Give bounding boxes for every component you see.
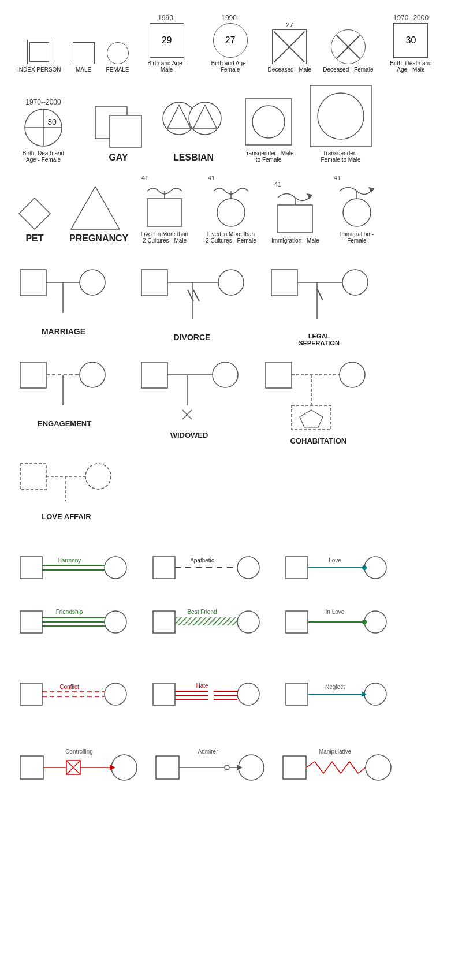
neglect-symbol: Neglect <box>283 677 390 712</box>
svg-rect-96 <box>153 683 175 705</box>
controlling-symbol: Controlling <box>17 748 141 788</box>
birth-death-age-male-num: 30 <box>406 35 416 46</box>
birth-age-male-shape: 29 <box>150 23 184 58</box>
trans-mf-shape <box>243 96 295 148</box>
female-shape <box>107 42 129 64</box>
svg-point-92 <box>105 683 126 705</box>
svg-rect-75 <box>20 611 42 633</box>
svg-point-13 <box>318 93 364 139</box>
pregnancy-symbol: PREGNANCY <box>69 185 121 244</box>
svg-point-122 <box>225 765 229 770</box>
trans-fm-shape <box>309 84 372 148</box>
deceased-male-shape <box>272 29 307 64</box>
friendship-symbol: Friendship <box>17 604 133 642</box>
svg-point-58 <box>85 464 111 489</box>
pregnancy-shape <box>69 185 121 231</box>
index-person-shape <box>27 40 51 64</box>
birth-age-female-shape: 27 <box>213 23 248 58</box>
svg-text:Manipulative: Manipulative <box>319 748 352 755</box>
immigration-female-num: 41 <box>334 174 341 181</box>
svg-marker-15 <box>71 187 120 229</box>
svg-text:Hate: Hate <box>196 683 208 689</box>
widowed-shape <box>139 359 240 428</box>
svg-text:30: 30 <box>47 117 57 126</box>
in-love-symbol: In Love <box>283 604 390 642</box>
birth-death-age-female-symbol: 1970--2000 30 Birth, Death and Age - Fem… <box>17 98 69 163</box>
lived-male-label: Lived in More than 2 Cultures - Male <box>139 231 191 244</box>
svg-rect-30 <box>141 270 167 296</box>
male-shape <box>73 42 95 64</box>
svg-marker-14 <box>19 198 50 229</box>
svg-point-25 <box>343 199 371 226</box>
lived-female-label: Lived in More than 2 Cultures - Female <box>205 231 257 244</box>
lived-female-shape <box>211 182 251 229</box>
index-person-symbol: INDEX PERSON <box>17 40 61 73</box>
svg-point-89 <box>362 620 367 624</box>
svg-rect-110 <box>20 756 43 779</box>
friendship-shape: Friendship <box>17 604 133 642</box>
divorce-label: DIVORCE <box>174 333 211 342</box>
svg-point-42 <box>80 362 105 387</box>
immigration-female-label: Immigration - Female <box>331 231 383 244</box>
svg-rect-105 <box>286 683 308 705</box>
birth-age-male-num: 29 <box>162 35 172 46</box>
trans-mf-symbol: Transgender - Male to Female <box>243 96 295 163</box>
svg-rect-84 <box>175 617 237 625</box>
immigration-female-shape <box>337 182 377 229</box>
svg-rect-57 <box>20 464 46 490</box>
svg-point-76 <box>105 611 126 633</box>
svg-point-73 <box>362 565 367 570</box>
svg-text:Love: Love <box>329 557 341 564</box>
gay-symbol: GAY <box>92 104 144 163</box>
engagement-label: ENGAGEMENT <box>38 419 90 428</box>
manipulative-shape: Manipulative <box>280 748 396 788</box>
pet-shape <box>17 196 52 231</box>
love-affair-symbol: LOVE AFFAIR <box>17 458 116 521</box>
divorce-symbol: DIVORCE <box>139 267 245 342</box>
svg-rect-51 <box>266 362 292 388</box>
birth-death-age-male-label: Birth, Death and Age - Male <box>385 60 437 73</box>
deceased-female-shape <box>331 29 366 64</box>
neglect-shape: Neglect <box>283 677 390 712</box>
svg-text:Harmony: Harmony <box>58 557 81 564</box>
legend-page: INDEX PERSON MALE FEMALE 1990- 29 Birth … <box>0 0 462 809</box>
birth-age-male-label: Birth and Age - Male <box>141 60 193 73</box>
cohabitation-label: COHABITATION <box>290 437 342 445</box>
birth-death-age-female-shape: 30 <box>23 107 64 148</box>
hate-shape: Hate <box>150 677 266 712</box>
svg-point-31 <box>218 270 244 295</box>
immigration-male-num: 41 <box>274 181 281 188</box>
svg-rect-41 <box>20 362 46 388</box>
female-label: FEMALE <box>106 66 129 73</box>
lesbian-label: LESBIAN <box>173 152 214 163</box>
birth-age-male-year: 1990- <box>158 14 176 22</box>
svg-text:Best Friend: Best Friend <box>187 609 217 615</box>
marriage-shape <box>17 267 110 325</box>
svg-rect-86 <box>286 611 308 633</box>
svg-point-11 <box>252 106 285 138</box>
svg-point-106 <box>364 683 386 705</box>
birth-age-female-label: Birth and Age - Female <box>204 60 256 73</box>
svg-text:Conflict: Conflict <box>59 684 79 690</box>
male-symbol: MALE <box>73 42 95 73</box>
svg-text:In Love: In Love <box>326 609 345 615</box>
marriage-label: MARRIAGE <box>42 327 85 336</box>
love-affair-shape <box>17 458 116 510</box>
widowed-label: WIDOWED <box>170 431 208 439</box>
svg-text:Friendship: Friendship <box>56 609 83 615</box>
legal-sep-shape <box>269 267 370 330</box>
svg-line-39 <box>317 289 323 300</box>
lived-female-num: 41 <box>208 174 215 181</box>
harmony-symbol: Harmony <box>17 551 133 586</box>
svg-point-71 <box>364 557 386 579</box>
birth-death-age-female-year: 1970--2000 <box>25 98 61 106</box>
svg-rect-81 <box>153 611 175 633</box>
svg-text:Apathetic: Apathetic <box>190 557 214 564</box>
svg-rect-22 <box>278 205 312 233</box>
deceased-male-label: Deceased - Male <box>268 66 312 73</box>
svg-point-46 <box>213 362 238 387</box>
cohabitation-symbol: COHABITATION <box>263 359 370 445</box>
svg-point-82 <box>237 611 259 633</box>
widowed-symbol: WIDOWED <box>139 359 240 439</box>
love-symbol: Love <box>283 551 390 586</box>
